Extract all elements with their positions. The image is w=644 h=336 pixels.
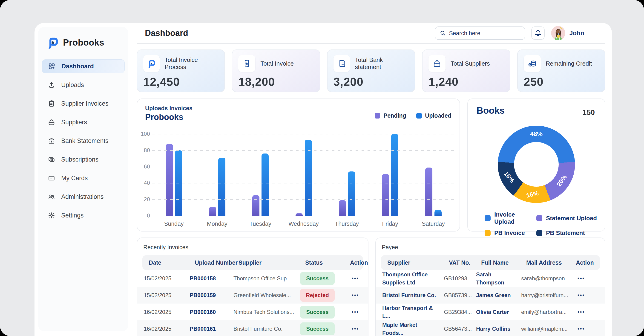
stat-card-total-invoice-process: Total Invoice Process 12,450 — [137, 50, 225, 92]
stat-value: 250 — [524, 75, 599, 89]
donut-slice-label: 48% — [530, 131, 542, 138]
donut-legend-chip — [536, 215, 542, 221]
column-header: Supplier — [387, 259, 449, 266]
legend-item-pending: Pending — [375, 112, 406, 119]
credit-card-icon — [48, 174, 55, 182]
row-actions-button[interactable]: ••• — [345, 292, 366, 298]
sidebar-item-label: Suppliers — [61, 119, 87, 126]
donut-legend-label: PB Invoice — [494, 229, 525, 237]
invoice-supplier: Thompson Office Sup... — [234, 275, 300, 282]
invoice-date: 15/02/2025 — [144, 275, 190, 282]
table-row: Thompson Office Supplies LtdGB10293...Sa… — [376, 270, 605, 287]
upload-number-link[interactable]: PB000161 — [190, 326, 234, 332]
bar-chart-legend: PendingUploaded — [375, 112, 451, 119]
sidebar-item-subscriptions[interactable]: Subscriptions — [42, 153, 125, 166]
upload-number-link[interactable]: PB000159 — [190, 292, 234, 298]
donut-legend: Invoice UploadStatement UploadPB Invoice… — [484, 211, 597, 237]
row-actions-button[interactable]: ••• — [345, 309, 366, 315]
invoice-date: 15/02/2025 — [144, 292, 190, 298]
sidebar-item-uploads[interactable]: Uploads — [42, 78, 125, 92]
top-header: Dashboard — [137, 23, 605, 44]
probooks-logo-icon — [46, 36, 59, 49]
payee-full-name: James Green — [476, 291, 521, 299]
donut-legend-label: Statement Upload — [546, 215, 597, 222]
sidebar-item-administrations[interactable]: Administrations — [42, 190, 125, 204]
status-cell: Success — [300, 322, 345, 335]
document-icon — [334, 55, 350, 72]
row-actions-button[interactable]: ••• — [571, 292, 592, 298]
donut-legend-item: Invoice Upload — [484, 211, 536, 225]
charts-row: Uploads Invoices Probooks PendingUploade… — [137, 99, 605, 231]
stat-label: Total Invoice Process — [165, 56, 219, 71]
row-actions-button[interactable]: ••• — [571, 275, 592, 281]
stat-label: Remaining Credit — [546, 60, 592, 67]
payee-supplier-link[interactable]: Harbor Transport & L... — [382, 304, 444, 320]
upload-number-link[interactable]: PB000158 — [190, 275, 234, 282]
row-actions-button[interactable]: ••• — [345, 326, 366, 332]
payee-vat: GB85739... — [444, 292, 476, 298]
gridline — [152, 183, 455, 183]
y-axis-tick-label: 20 — [138, 196, 150, 202]
books-title: Books — [476, 105, 504, 116]
bar-uploaded — [218, 158, 226, 216]
briefcase-icon — [428, 55, 446, 72]
y-axis-tick-label: 100 — [138, 131, 150, 137]
bar-uploaded — [348, 171, 355, 216]
gridline — [152, 150, 455, 151]
invoice-date: 16/02/2025 — [144, 309, 190, 315]
search-input[interactable] — [448, 30, 520, 37]
sidebar-item-label: Dashboard — [62, 63, 94, 70]
payee-supplier-link[interactable]: Bristol Furniture Co. — [382, 291, 444, 299]
legend-label: Uploaded — [425, 112, 451, 119]
column-header: Mail Address — [526, 259, 576, 266]
payee-vat: GB10293... — [444, 275, 476, 282]
table-row: 16/02/2025PB000160Nimbus Tech Solutions.… — [137, 303, 368, 320]
payee-mail: sarah@thompson... — [521, 275, 571, 282]
uploads-bar-chart-card: Uploads Invoices Probooks PendingUploade… — [137, 99, 460, 231]
app-container: Probooks Dashboard Uploads — [34, 23, 612, 336]
payee-full-name: Harry Collins — [476, 325, 521, 333]
donut-legend-chip — [536, 230, 542, 236]
payee-mail: emily@harbortra... — [521, 309, 571, 315]
bar-chart-x-labels: SundayMondayTuesdayWednesdayThursdayFrid… — [152, 220, 455, 227]
payee-title: Payee — [376, 238, 605, 251]
payee-supplier-link[interactable]: Maple Market Foods... — [382, 321, 444, 336]
payee-mail: harry@bristolfurn... — [521, 292, 571, 298]
upload-number-link[interactable]: PB000160 — [190, 309, 234, 315]
legend-swatch — [416, 113, 422, 119]
avatar-image — [551, 26, 565, 40]
legend-item-uploaded: Uploaded — [416, 112, 451, 119]
y-axis-tick-label: 0 — [138, 212, 150, 219]
sidebar-item-my-cards[interactable]: My Cards — [42, 171, 125, 185]
bar-pending — [425, 168, 432, 216]
sidebar-item-settings[interactable]: Settings — [42, 208, 125, 222]
legend-label: Pending — [384, 112, 406, 119]
gear-icon — [48, 212, 55, 219]
people-icon — [48, 193, 55, 200]
donut-legend-chip — [484, 230, 490, 236]
sidebar-item-supplier-invoices[interactable]: Supplier Invoices — [42, 97, 125, 111]
sidebar-item-label: Settings — [61, 212, 84, 219]
brand-logo: Probooks — [38, 27, 128, 49]
x-axis-label: Friday — [368, 220, 412, 227]
row-actions-button[interactable]: ••• — [571, 326, 592, 332]
row-actions-button[interactable]: ••• — [345, 275, 366, 281]
row-actions-button[interactable]: ••• — [571, 309, 592, 315]
avatar[interactable] — [551, 26, 565, 40]
search-box[interactable] — [435, 27, 525, 40]
payee-full-name: Sarah Thompson — [476, 270, 521, 286]
chart-title: Probooks — [145, 112, 183, 122]
payee-supplier-link[interactable]: Thompson Office Supplies Ltd — [382, 270, 444, 286]
briefcase-icon — [48, 119, 55, 126]
upload-icon — [48, 81, 55, 89]
coins-icon — [524, 55, 541, 72]
sidebar-item-suppliers[interactable]: Suppliers — [42, 115, 125, 129]
stat-cards-row: Total Invoice Process 12,450 Total Invoi… — [137, 50, 605, 92]
sidebar-item-label: My Cards — [61, 175, 88, 182]
payee-vat: GB56473... — [444, 326, 476, 332]
notifications-button[interactable] — [531, 27, 545, 40]
stat-value: 18,200 — [238, 75, 314, 89]
sidebar-item-dashboard[interactable]: Dashboard — [42, 59, 125, 73]
bar-uploaded — [262, 154, 269, 216]
sidebar-item-bank-statements[interactable]: Bank Statements — [42, 134, 125, 148]
